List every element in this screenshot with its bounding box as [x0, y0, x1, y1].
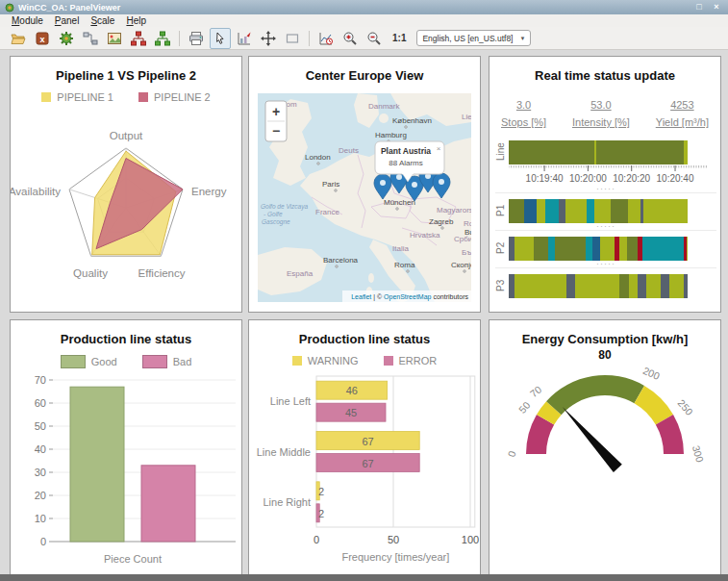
legend-label: Bad — [173, 356, 192, 367]
toolbar-trend-tool-button[interactable] — [315, 28, 337, 49]
legend-item: ERROR — [384, 355, 438, 366]
status-segment — [587, 199, 594, 223]
gauge-chart: 05070200250300 — [490, 366, 720, 548]
radar-chart: OutputEnergyEfficiencyQualityAvailabilit… — [11, 107, 241, 299]
kpi-label[interactable]: Stops [%] — [501, 116, 546, 128]
legend-swatch — [61, 355, 86, 368]
menu-scale[interactable]: Scale — [85, 15, 120, 26]
menu-panel[interactable]: Panel — [49, 15, 86, 26]
svg-text:Output: Output — [110, 130, 143, 141]
popup-close-icon[interactable]: × — [437, 144, 441, 153]
close-button[interactable]: × — [710, 1, 723, 13]
row-label: P2 — [495, 236, 509, 261]
bar-bad — [141, 466, 195, 542]
panel-gauge: Energy Consumption [kw/h] 80 05070200250… — [489, 319, 721, 576]
toolbar-select-mode-button[interactable] — [210, 28, 231, 49]
status-segment — [594, 199, 611, 223]
toolbar-separator — [179, 31, 180, 46]
panel-title: Energy Consumption [kw/h] — [490, 332, 720, 346]
radar-legend: PIPELINE 1 PIPELINE 2 — [11, 91, 241, 103]
status-timeline: Line10:19:4010:20:0010:20:2010:20:40P1P2… — [495, 139, 716, 298]
toolbar-zoom-rect-button[interactable] — [282, 28, 303, 49]
status-segment — [545, 199, 559, 223]
svg-text:Danmark: Danmark — [368, 102, 400, 111]
app-icon — [5, 3, 14, 13]
menu-module[interactable]: Module — [6, 15, 49, 26]
toolbar-pan-mode-button[interactable] — [258, 28, 279, 49]
toolbar-chart-tool-button[interactable] — [234, 28, 255, 49]
toolbar-zoom-out-button[interactable] — [364, 28, 385, 49]
europe-map[interactable]: KingdomDanmarkKøbenhavnLietuvHamburgDeut… — [258, 93, 471, 302]
kpi-value[interactable]: 3.0 — [516, 99, 531, 111]
gauge-value: 80 — [490, 348, 720, 362]
kpi-value[interactable]: 4253 — [670, 99, 693, 111]
toolbar-panel-gallery-button[interactable] — [104, 28, 125, 49]
svg-text:67: 67 — [362, 436, 373, 447]
cursor-icon — [213, 31, 228, 46]
legend-label: Good — [91, 356, 117, 367]
toolbar-connection-button[interactable] — [80, 28, 101, 49]
svg-text:Piece Count: Piece Count — [104, 553, 162, 565]
exit-icon: x — [35, 31, 50, 46]
gauge-zone — [546, 375, 644, 415]
maximize-button[interactable]: □ — [692, 1, 706, 13]
svg-text:20: 20 — [35, 490, 46, 501]
kpi-value[interactable]: 53.0 — [590, 99, 611, 111]
legend-swatch — [142, 355, 167, 368]
status-segment — [687, 237, 688, 261]
kpi-label[interactable]: Intensity [%] — [572, 116, 630, 128]
menu-help[interactable]: Help — [120, 15, 152, 26]
status-segment — [534, 237, 548, 261]
status-row-p2: P2 — [495, 236, 716, 261]
chart-clock-icon — [318, 31, 334, 46]
status-bar — [509, 199, 688, 223]
svg-text:67: 67 — [362, 458, 373, 469]
legend-item: Good — [61, 355, 117, 368]
svg-text:40: 40 — [35, 443, 46, 455]
svg-text:2: 2 — [318, 486, 324, 497]
row-separator — [495, 263, 716, 271]
toolbar-settings-button[interactable] — [56, 28, 77, 49]
zoom-in-button[interactable]: + — [272, 104, 280, 119]
svg-text:Line Right: Line Right — [263, 496, 311, 508]
gear-icon — [59, 31, 74, 46]
svg-text:2: 2 — [318, 508, 324, 519]
svg-text:Buc: Buc — [464, 228, 471, 237]
picture-icon — [107, 31, 122, 46]
svg-text:Efficiency: Efficiency — [138, 267, 185, 279]
svg-text:Paris: Paris — [322, 180, 339, 189]
status-segment — [611, 199, 628, 223]
toolbar-exit-module-button[interactable]: x — [32, 28, 53, 49]
toolbar-open-panel-button[interactable] — [8, 28, 29, 49]
panel-title: Center Europe View — [249, 68, 480, 83]
gauge-needle — [563, 407, 622, 472]
status-segment — [642, 237, 684, 261]
zoom-out-button[interactable]: − — [272, 123, 280, 139]
status-bar — [509, 140, 688, 164]
svg-text:Energy: Energy — [191, 186, 227, 197]
status-segment — [548, 237, 555, 261]
toolbar-zoom-in-button[interactable] — [339, 28, 361, 49]
status-segment — [566, 274, 575, 298]
status-segment — [684, 140, 688, 164]
kpi-label[interactable]: Yield [m³/h] — [656, 116, 709, 128]
toolbar-buttons: x — [8, 28, 385, 49]
svg-text:50: 50 — [516, 399, 533, 416]
svg-text:10:20:20: 10:20:20 — [613, 173, 650, 184]
toolbar-module-tree-green-button[interactable] — [152, 28, 173, 49]
chart-arrow-icon — [237, 31, 252, 46]
map-attribution[interactable]: Leaflet | © OpenStreetMap contributors — [351, 293, 468, 301]
svg-text:10:20:40: 10:20:40 — [657, 173, 694, 184]
svg-text:10:20:00: 10:20:00 — [569, 173, 607, 184]
status-segment — [629, 274, 638, 298]
bar-good — [70, 387, 124, 542]
panel-piece-count: Production line status Good Bad 01020304… — [10, 319, 242, 576]
svg-text:Italia: Italia — [392, 244, 409, 253]
tree-green-icon — [155, 31, 170, 46]
legend-swatch — [41, 92, 51, 102]
row-label: Line — [495, 139, 509, 164]
toolbar-module-tree-red-button[interactable] — [128, 28, 149, 49]
language-select[interactable]: English, US [en_US.utf8] ▼ — [416, 30, 531, 46]
toolbar-print-button[interactable] — [186, 28, 207, 49]
kpi-row: 3.0 Stops [%] 53.0 Intensity [%] 4253 Yi… — [490, 99, 720, 128]
